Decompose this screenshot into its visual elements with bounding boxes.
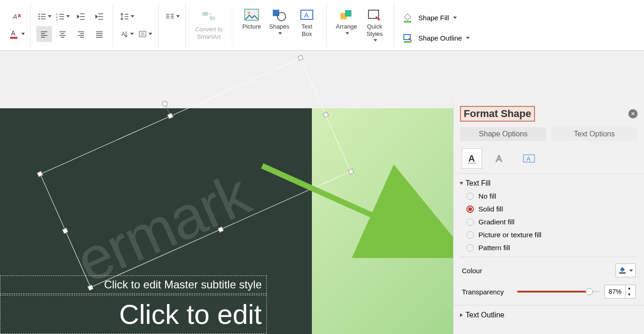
chevron-down-icon xyxy=(460,182,463,185)
fill-solid-radio[interactable]: Solid fill xyxy=(466,205,638,213)
text-fill-outline-tab[interactable]: A xyxy=(462,148,482,169)
svg-point-5 xyxy=(38,18,40,19)
svg-text:A: A xyxy=(12,13,17,20)
ribbon-group-spacing: A xyxy=(113,3,159,47)
increase-indent-button[interactable] xyxy=(92,9,107,24)
text-effects-tab[interactable]: A xyxy=(490,148,511,169)
svg-text:A: A xyxy=(468,153,475,164)
svg-rect-27 xyxy=(468,163,476,164)
textbox-button[interactable]: A Text Box xyxy=(293,6,321,39)
ribbon-group-paragraph: 123 xyxy=(31,3,113,47)
ribbon-group-font: A A xyxy=(4,3,31,47)
justify-button[interactable] xyxy=(92,26,107,42)
transparency-label: Transparency xyxy=(462,288,512,296)
chevron-right-icon xyxy=(460,313,463,317)
picture-button[interactable]: Picture xyxy=(238,6,265,32)
svg-point-16 xyxy=(277,12,286,21)
fill-none-radio[interactable]: No fill xyxy=(466,192,638,200)
align-center-button[interactable] xyxy=(55,26,70,42)
svg-rect-22 xyxy=(404,21,411,23)
close-panel-button[interactable]: ✕ xyxy=(628,109,638,118)
tab-shape-options[interactable]: Shape Options xyxy=(460,127,546,141)
ribbon-group-columns xyxy=(159,3,186,47)
colour-picker-button[interactable] xyxy=(615,264,636,277)
panel-title: Format Shape xyxy=(460,106,535,122)
svg-text:A: A xyxy=(304,11,309,19)
ribbon-group-smartart: Convert to SmartArt xyxy=(186,3,232,47)
text-outline-label: Text Outline xyxy=(466,311,504,319)
svg-rect-10 xyxy=(139,31,146,37)
ribbon-group-arrange: Arrange Quick Styles xyxy=(327,3,394,47)
text-direction-button[interactable]: A xyxy=(119,26,134,42)
ribbon-group-shape-format: Shape Fill Shape Outline xyxy=(394,3,475,47)
transparency-input[interactable] xyxy=(605,288,625,295)
shape-outline-label[interactable]: Shape Outline xyxy=(418,34,462,42)
svg-point-3 xyxy=(38,13,40,15)
transparency-slider[interactable] xyxy=(517,291,600,293)
textbox-label: Text Box xyxy=(301,23,312,37)
text-outline-section-header[interactable]: Text Outline xyxy=(460,309,638,321)
colour-label: Colour xyxy=(462,267,615,275)
svg-rect-20 xyxy=(345,10,351,17)
quickstyles-label: Quick Styles xyxy=(367,23,383,37)
format-shape-panel: Format Shape ✕ Shape Options Text Option… xyxy=(453,101,644,334)
shapes-label: Shapes xyxy=(269,23,289,30)
fill-picture-radio[interactable]: Picture or texture fill xyxy=(466,231,638,239)
svg-text:A: A xyxy=(11,29,16,37)
ribbon: A A 123 A xyxy=(0,0,644,51)
spin-down[interactable]: ▼ xyxy=(626,292,633,298)
rotation-handle[interactable] xyxy=(161,100,168,107)
ribbon-group-insert: Picture Shapes A Text Box xyxy=(232,3,327,47)
svg-point-14 xyxy=(247,12,250,14)
shapes-button[interactable]: Shapes xyxy=(265,6,293,36)
svg-rect-15 xyxy=(273,10,279,16)
columns-button[interactable] xyxy=(164,9,180,24)
fill-gradient-radio[interactable]: Gradient fill xyxy=(466,218,638,226)
line-spacing-button[interactable] xyxy=(119,9,134,24)
shape-fill-icon[interactable] xyxy=(400,10,415,26)
subtitle-text: Click to edit Master subtitle style xyxy=(104,278,262,291)
arrange-label: Arrange xyxy=(336,23,357,30)
svg-text:3: 3 xyxy=(56,18,58,21)
transparency-spinbox[interactable]: ▲▼ xyxy=(604,285,636,299)
align-text-button[interactable] xyxy=(137,26,153,42)
svg-rect-31 xyxy=(619,272,626,274)
convert-smartart-button[interactable]: Convert to SmartArt xyxy=(191,8,226,42)
numbering-button[interactable]: 123 xyxy=(55,9,70,24)
shape-outline-icon[interactable] xyxy=(400,30,415,46)
svg-text:A: A xyxy=(121,31,125,37)
convert-smartart-label: Convert to SmartArt xyxy=(195,26,223,40)
subtitle-placeholder[interactable]: Click to edit Master subtitle style xyxy=(0,275,267,294)
text-fill-section-header[interactable]: Text Fill xyxy=(460,177,638,189)
align-right-button[interactable] xyxy=(73,26,89,42)
arrange-button[interactable]: Arrange xyxy=(332,6,361,36)
decrease-indent-button[interactable] xyxy=(73,9,89,24)
workspace: Click to edit Master subtitle style Clic… xyxy=(0,51,644,334)
fill-pattern-radio[interactable]: Pattern fill xyxy=(466,244,638,252)
svg-text:A: A xyxy=(527,156,530,162)
svg-rect-11 xyxy=(202,12,208,16)
svg-text:A: A xyxy=(496,153,502,164)
font-color-button[interactable]: A xyxy=(9,26,25,42)
svg-rect-2 xyxy=(10,37,17,39)
bullets-button[interactable] xyxy=(36,9,52,24)
svg-rect-24 xyxy=(404,41,411,43)
title-placeholder[interactable]: Click to edit xyxy=(0,295,267,334)
tab-text-options[interactable]: Text Options xyxy=(551,127,638,141)
spin-up[interactable]: ▲ xyxy=(626,285,633,292)
align-left-button[interactable] xyxy=(36,26,52,42)
quick-styles-button[interactable]: Quick Styles xyxy=(361,6,388,43)
textbox-tab[interactable]: A xyxy=(519,148,539,169)
picture-label: Picture xyxy=(242,23,261,30)
shape-fill-label[interactable]: Shape Fill xyxy=(418,14,449,22)
text-fill-label: Text Fill xyxy=(466,179,490,188)
clear-formatting-button[interactable]: A xyxy=(9,9,25,24)
svg-point-4 xyxy=(38,16,40,17)
title-text: Click to edit xyxy=(119,299,262,330)
slide-canvas[interactable]: Click to edit Master subtitle style Clic… xyxy=(0,51,453,334)
